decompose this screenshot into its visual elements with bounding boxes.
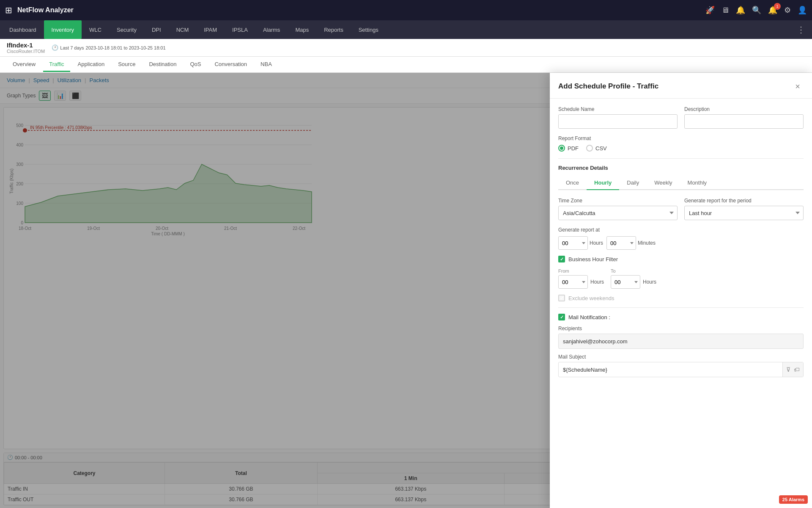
report-format-section: Report Format PDF CSV	[558, 135, 804, 152]
schedule-name-input[interactable]	[558, 114, 678, 129]
generate-at-section: Generate report at 00 01 06 12 18 Hours	[558, 227, 804, 250]
schedule-name-group: Schedule Name	[558, 106, 678, 129]
search-icon[interactable]: 🔍	[752, 6, 761, 15]
hours-label: Hours	[590, 240, 603, 246]
timezone-period-row: Time Zone Asia/Calcutta UTC US/Eastern U…	[558, 198, 804, 220]
recipients-group: Recipients	[558, 326, 804, 349]
page-meta: 🕐 Last 7 days 2023-10-18 18:01 to 2023-1…	[52, 44, 165, 51]
subnav-traffic[interactable]: Traffic	[43, 58, 70, 72]
nav-ipsla[interactable]: IPSLA	[225, 20, 255, 39]
modal-body: Schedule Name Description Report Format	[550, 99, 812, 508]
radio-csv-circle	[586, 145, 593, 152]
nav-security[interactable]: Security	[109, 20, 144, 39]
alarm-badge[interactable]: 25 Alarms	[779, 495, 808, 504]
modal-overlay: Add Schedule Profile - Traffic × Schedul…	[0, 73, 812, 508]
nav-ncm[interactable]: NCM	[169, 20, 197, 39]
alarm-count: 25	[782, 497, 787, 502]
period-group: Generate report for the period Last hour…	[684, 198, 804, 220]
recurrence-label: Recurrence Details	[558, 165, 804, 171]
settings-icon[interactable]: ⚙	[784, 6, 791, 15]
period-label: Generate report for the period	[684, 198, 804, 204]
page-title-block: IfIndex-1 CiscoRouter.ITOM	[7, 41, 45, 54]
radio-csv-label: CSV	[595, 145, 607, 152]
subnav-overview[interactable]: Overview	[7, 58, 41, 72]
nav-alarms[interactable]: Alarms	[255, 20, 288, 39]
timezone-group: Time Zone Asia/Calcutta UTC US/Eastern U…	[558, 198, 678, 220]
modal-header: Add Schedule Profile - Traffic ×	[550, 73, 812, 99]
hours-select-wrap: 00 01 06 12 18 Hours	[558, 236, 603, 250]
tab-weekly[interactable]: Weekly	[647, 176, 680, 190]
business-hour-checkbox[interactable]: ✓	[558, 256, 565, 262]
nav-maps[interactable]: Maps	[288, 20, 316, 39]
tab-once[interactable]: Once	[558, 176, 587, 190]
from-select[interactable]: 00 06 08 09	[558, 275, 588, 289]
report-format-label: Report Format	[558, 135, 804, 141]
to-label: To	[611, 268, 656, 273]
timezone-select[interactable]: Asia/Calcutta UTC US/Eastern US/Pacific	[558, 206, 678, 220]
tab-daily[interactable]: Daily	[619, 176, 647, 190]
radio-pdf-dot	[560, 146, 563, 150]
page-subtitle: CiscoRouter.ITOM	[7, 49, 45, 54]
subnav: Overview Traffic Application Source Dest…	[0, 57, 812, 73]
mail-notification-checkbox[interactable]: ✓	[558, 314, 565, 320]
subnav-conversation[interactable]: Conversation	[208, 58, 253, 72]
nav-settings[interactable]: Settings	[351, 20, 386, 39]
period-select[interactable]: Last hour Last 6 hours Last 12 hours Las…	[684, 206, 804, 220]
radio-pdf-circle	[558, 145, 565, 152]
mail-subject-input[interactable]	[559, 364, 782, 376]
monitor-icon[interactable]: 🖥	[721, 6, 729, 15]
navbar-more-icon[interactable]: ⋮	[792, 20, 810, 39]
nav-wlc[interactable]: WLC	[82, 20, 109, 39]
nav-ipam[interactable]: IPAM	[196, 20, 225, 39]
subnav-qos[interactable]: QoS	[184, 58, 207, 72]
from-to-row: From 00 06 08 09 Hours To	[558, 268, 804, 289]
mail-subject-wrap: ⊽ 🏷	[558, 362, 804, 377]
subnav-destination[interactable]: Destination	[143, 58, 182, 72]
nav-dashboard[interactable]: Dashboard	[2, 20, 44, 39]
to-group: To 00 17 18 20 Hours	[611, 268, 656, 289]
generate-at-row: 00 01 06 12 18 Hours 00 15	[558, 236, 804, 250]
to-inputs: 00 17 18 20 Hours	[611, 275, 656, 289]
nav-inventory[interactable]: Inventory	[44, 20, 82, 39]
navbar: Dashboard Inventory WLC Security DPI NCM…	[0, 20, 812, 39]
modal-close-button[interactable]: ×	[792, 80, 804, 92]
user-icon[interactable]: 👤	[798, 6, 807, 15]
to-unit: Hours	[643, 279, 656, 285]
bell-alt-icon[interactable]: 🔔	[736, 6, 745, 15]
recipients-input[interactable]	[558, 334, 804, 349]
business-hour-label: Business Hour Filter	[568, 256, 618, 262]
to-select[interactable]: 00 17 18 20	[611, 275, 640, 289]
minutes-label: Minutes	[638, 240, 656, 246]
subnav-application[interactable]: Application	[72, 58, 111, 72]
notification-bell[interactable]: 🔔 1	[768, 6, 777, 15]
tag-icon[interactable]: 🏷	[794, 366, 800, 373]
page-title: IfIndex-1	[7, 41, 45, 49]
mail-section: ✓ Mail Notification : Recipients Mail Su…	[558, 314, 804, 377]
timezone-select-wrap: Asia/Calcutta UTC US/Eastern US/Pacific	[558, 206, 678, 220]
nav-reports[interactable]: Reports	[316, 20, 351, 39]
radio-csv[interactable]: CSV	[586, 145, 607, 152]
recurrence-tabs: Once Hourly Daily Weekly Monthly	[558, 176, 804, 190]
nav-dpi[interactable]: DPI	[144, 20, 169, 39]
mail-notification-row: ✓ Mail Notification :	[558, 314, 804, 320]
exclude-weekends-label: Exclude weekends	[568, 295, 614, 301]
radio-pdf[interactable]: PDF	[558, 145, 579, 152]
mail-subject-label: Mail Subject	[558, 354, 804, 360]
tab-hourly[interactable]: Hourly	[587, 176, 619, 190]
generate-at-label: Generate report at	[558, 227, 804, 233]
rocket-icon[interactable]: 🚀	[705, 6, 715, 15]
subnav-nba[interactable]: NBA	[255, 58, 278, 72]
radio-pdf-label: PDF	[568, 145, 579, 152]
description-input[interactable]	[684, 114, 804, 129]
modal-title: Add Schedule Profile - Traffic	[558, 82, 658, 91]
recipients-label: Recipients	[558, 326, 804, 331]
filter-icon[interactable]: ⊽	[786, 366, 790, 373]
exclude-weekends-checkbox[interactable]: ✓	[558, 295, 565, 301]
subnav-source[interactable]: Source	[112, 58, 141, 72]
app-title: NetFlow Analyzer	[17, 6, 74, 14]
business-hour-filter-row: ✓ Business Hour Filter	[558, 256, 804, 262]
hours-select[interactable]: 00 01 06 12 18	[558, 236, 588, 250]
from-label: From	[558, 268, 604, 273]
tab-monthly[interactable]: Monthly	[680, 176, 715, 190]
minutes-select[interactable]: 00 15 30 45	[606, 236, 636, 250]
